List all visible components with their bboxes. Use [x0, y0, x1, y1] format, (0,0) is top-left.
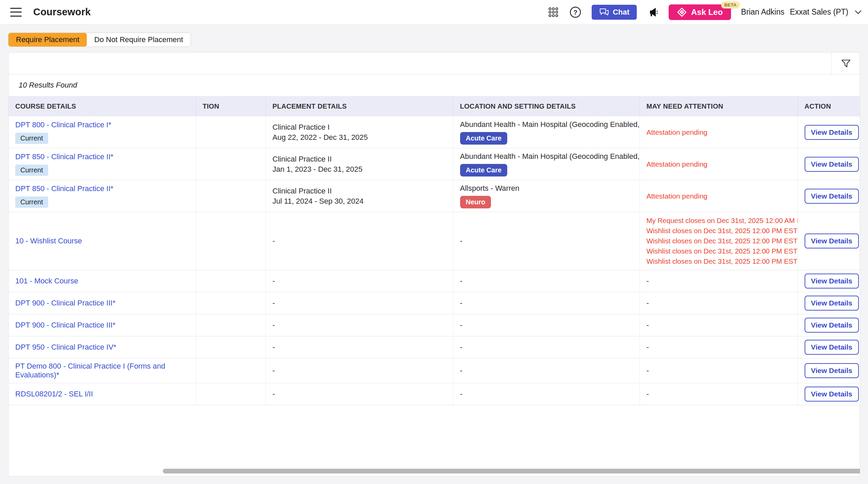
coursework-card: 10 Results Found COURSE DETAILS TION PLA…: [8, 52, 860, 477]
tab-require-placement[interactable]: Require Placement: [8, 33, 87, 46]
view-details-button[interactable]: View Details: [805, 363, 859, 378]
table-row: DPT 900 - Clinical Practice III* - - - V…: [8, 292, 860, 314]
help-button[interactable]: ?: [569, 6, 581, 18]
view-details-button[interactable]: View Details: [805, 340, 859, 355]
course-link[interactable]: 10 - Wishlist Course: [15, 237, 82, 245]
view-details-button[interactable]: View Details: [805, 318, 859, 333]
view-details-button[interactable]: View Details: [805, 274, 859, 288]
table-row: DPT 850 - Clinical Practice II* Current …: [8, 148, 860, 180]
location-empty: -: [453, 336, 639, 358]
course-link[interactable]: PT Demo 800 - Clinical Practice I (Forms…: [15, 362, 191, 379]
table-row: 10 - Wishlist Course - - My Request clos…: [8, 212, 860, 270]
view-details-button[interactable]: View Details: [805, 296, 859, 311]
placement-dates: Jan 1, 2023 - Dec 31, 2025: [273, 164, 448, 174]
attention-lines: My Request closes on Dec 31st, 2025 12:0…: [647, 216, 793, 266]
placement-name: Clinical Practice I: [273, 122, 448, 132]
leo-logo-icon: [677, 7, 687, 17]
attention-empty: -: [639, 358, 797, 383]
filter-bar: [8, 53, 860, 74]
table-row: 101 - Mock Course - - - View Details: [8, 270, 860, 292]
course-link[interactable]: DPT 850 - Clinical Practice II*: [15, 184, 113, 193]
placement-empty: -: [265, 314, 453, 336]
col-action: ACTION: [797, 96, 860, 116]
table-header-row: COURSE DETAILS TION PLACEMENT DETAILS LO…: [8, 96, 860, 116]
col-location-setting: LOCATION AND SETTING DETAILS: [453, 96, 639, 116]
course-link[interactable]: DPT 950 - Clinical Practice IV*: [15, 343, 116, 352]
page-title: Coursework: [33, 6, 91, 18]
apps-grid-icon: [548, 6, 559, 18]
results-count: 10 Results Found: [19, 81, 77, 90]
attention-line: Wishlist closes on Dec 31st, 2025 12:00 …: [647, 236, 793, 246]
setting-badge: Neuro: [460, 196, 491, 208]
location-empty: -: [453, 358, 639, 383]
location-name: Allsports - Warren: [460, 184, 635, 193]
current-badge: Current: [15, 165, 48, 176]
placement-empty: -: [265, 212, 453, 270]
chat-button[interactable]: Chat: [592, 5, 637, 20]
location-empty: -: [453, 212, 639, 270]
account-menu[interactable]: Brian Adkins Exxat Sales (PT): [741, 7, 863, 17]
col-course-details: COURSE DETAILS: [8, 96, 196, 116]
megaphone-icon: [647, 6, 658, 18]
horizontal-scrollbar[interactable]: [163, 469, 860, 473]
user-name: Brian Adkins: [741, 7, 785, 17]
attention-empty: -: [639, 292, 797, 314]
course-link[interactable]: DPT 800 - Clinical Practice I*: [15, 120, 111, 129]
hamburger-menu-icon[interactable]: [10, 8, 22, 17]
chat-button-label: Chat: [613, 8, 629, 17]
placement-dates: Jul 11, 2024 - Sep 30, 2024: [273, 196, 448, 206]
table-row: DPT 900 - Clinical Practice III* - - - V…: [8, 314, 860, 336]
top-bar: Coursework ? Chat: [0, 0, 868, 24]
table-row: PT Demo 800 - Clinical Practice I (Forms…: [8, 358, 860, 383]
current-badge: Current: [15, 133, 48, 144]
view-details-button[interactable]: View Details: [805, 387, 859, 402]
attention-empty: -: [639, 314, 797, 336]
col-tion: TION: [196, 96, 265, 116]
help-icon: ?: [569, 6, 581, 18]
location-name: Abundant Health - Main Hospital (Geocodi…: [460, 120, 635, 129]
announcements-button[interactable]: [647, 6, 658, 18]
tab-do-not-require-placement[interactable]: Do Not Require Placement: [87, 33, 191, 46]
placement-dates: Aug 22, 2022 - Dec 31, 2025: [273, 132, 448, 143]
view-details-button[interactable]: View Details: [805, 157, 859, 172]
attention-text: Attestation pending: [647, 160, 708, 168]
attention-empty: -: [639, 270, 797, 292]
attention-empty: -: [639, 336, 797, 358]
ask-leo-label: Ask Leo: [691, 7, 723, 17]
view-details-button[interactable]: View Details: [805, 125, 859, 140]
location-empty: -: [453, 292, 639, 314]
location-name: Abundant Health - Main Hospital (Geocodi…: [460, 152, 635, 161]
setting-badge: Acute Care: [460, 132, 508, 145]
course-link[interactable]: DPT 900 - Clinical Practice III*: [15, 321, 115, 330]
table-row: DPT 800 - Clinical Practice I* Current C…: [8, 116, 860, 148]
placement-empty: -: [265, 336, 453, 358]
course-link[interactable]: RDSL08201/2 - SEL I/II: [15, 390, 93, 398]
current-badge: Current: [15, 197, 48, 208]
svg-text:?: ?: [574, 9, 578, 16]
placement-empty: -: [265, 383, 453, 405]
view-details-button[interactable]: View Details: [805, 234, 859, 248]
course-link[interactable]: 101 - Mock Course: [15, 277, 78, 285]
course-link[interactable]: DPT 900 - Clinical Practice III*: [15, 299, 115, 308]
table-row: DPT 850 - Clinical Practice II* Current …: [8, 180, 860, 212]
filter-button[interactable]: [831, 53, 860, 74]
attention-line: Wishlist closes on Dec 31st, 2025 12:00 …: [647, 246, 793, 256]
chat-bubbles-icon: [599, 8, 609, 17]
placement-name: Clinical Practice II: [273, 154, 448, 164]
col-may-need-attention: MAY NEED ATTENTION: [639, 96, 797, 116]
table-row: RDSL08201/2 - SEL I/II - - - View Detail…: [8, 383, 860, 405]
results-band: 10 Results Found: [8, 74, 860, 96]
course-link[interactable]: DPT 850 - Clinical Practice II*: [15, 152, 113, 161]
setting-badge: Acute Care: [460, 164, 508, 176]
filter-funnel-icon: [841, 58, 851, 69]
beta-badge: BETA: [721, 1, 739, 8]
chevron-down-icon: [854, 9, 863, 15]
attention-line: My Request closes on Dec 31st, 2025 12:0…: [647, 216, 793, 226]
placement-tabs: Require Placement Do Not Require Placeme…: [8, 33, 868, 47]
view-details-button[interactable]: View Details: [805, 189, 859, 204]
location-empty: -: [453, 270, 639, 292]
apps-grid-button[interactable]: [548, 6, 559, 18]
attention-text: Attestation pending: [647, 192, 708, 200]
placement-empty: -: [265, 358, 453, 383]
placement-empty: -: [265, 270, 453, 292]
